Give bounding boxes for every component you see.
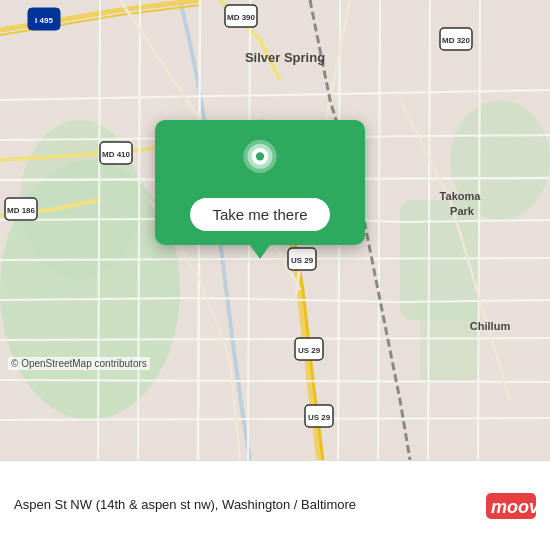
svg-text:Silver Spring: Silver Spring [245,50,325,65]
svg-text:Chillum: Chillum [470,320,511,332]
svg-text:Takoma: Takoma [440,190,482,202]
take-me-there-button[interactable]: Take me there [190,198,329,231]
svg-text:MD 320: MD 320 [442,36,471,45]
map-popup: Take me there [155,120,365,245]
svg-point-29 [256,152,264,160]
svg-text:moovit: moovit [491,497,536,517]
moovit-logo: moovit [486,489,536,523]
location-pin-icon [235,138,285,188]
svg-text:MD 390: MD 390 [227,13,256,22]
svg-point-4 [450,100,550,220]
address-line: Aspen St NW (14th & aspen st nw), Washin… [14,496,476,514]
svg-text:US 29: US 29 [291,256,314,265]
svg-text:I 495: I 495 [35,16,53,25]
osm-attribution: © OpenStreetMap contributors [8,357,150,370]
svg-text:US 29: US 29 [298,346,321,355]
svg-text:US 29: US 29 [308,413,331,422]
moovit-logo-svg: moovit [486,489,536,523]
map-container: US 29 US 29 US 29 MD 320 MD 390 I 495 MD… [0,0,550,460]
svg-text:MD 410: MD 410 [102,150,131,159]
svg-text:Park: Park [450,205,475,217]
bottom-bar: Aspen St NW (14th & aspen st nw), Washin… [0,460,550,550]
svg-text:MD 186: MD 186 [7,206,36,215]
address-text: Aspen St NW (14th & aspen st nw), Washin… [14,496,476,514]
